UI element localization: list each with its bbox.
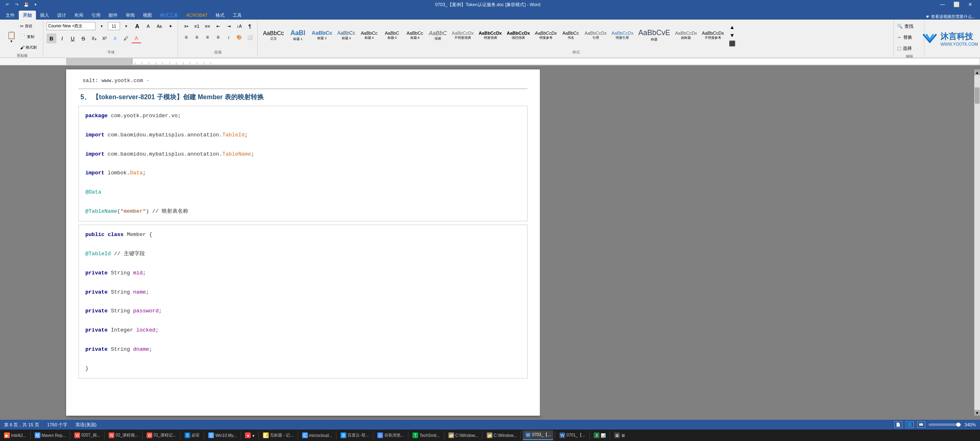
font-decrease-btn[interactable]: A (143, 21, 153, 31)
minimize-btn[interactable]: — (936, 0, 949, 9)
taskbar-item-1[interactable]: MMaven Rep... (32, 430, 68, 440)
zoom-thumb[interactable] (956, 423, 960, 427)
strikethrough-btn[interactable]: S (78, 33, 88, 43)
code-block-2[interactable]: public class Member { @TableId // 主键字段 p… (78, 225, 528, 379)
tab-file[interactable]: 文件 (2, 11, 19, 20)
taskbar-item-13[interactable]: 📁C:\Window... (446, 430, 481, 440)
line-spacing-btn[interactable]: ↕ (224, 32, 234, 42)
save-btn[interactable]: 💾 (22, 0, 30, 9)
close-btn[interactable]: ✕ (964, 0, 977, 9)
taskbar-item-7[interactable]: ●● (243, 430, 257, 440)
customize-btn[interactable]: ▼ (31, 0, 40, 9)
tab-references[interactable]: 引用 (87, 11, 105, 20)
maximize-btn[interactable]: ⬜ (950, 0, 963, 9)
font-color-btn[interactable]: A (131, 33, 141, 43)
style-subtitle[interactable]: AaBbCcDx副标题 (673, 24, 699, 47)
style-book[interactable]: AaBbCc书名 (560, 24, 582, 47)
styles-scroll-down[interactable]: ▼ (727, 31, 737, 39)
scroll-down-btn[interactable]: ▼ (974, 410, 980, 416)
taskbar-item-3[interactable]: W02_课程视... (106, 430, 140, 440)
taskbar-item-5[interactable]: B必应 (182, 430, 202, 440)
text-highlight-btn[interactable]: 🖊 (121, 33, 131, 43)
subscript-btn[interactable]: X₂ (89, 33, 99, 43)
font-size-dropdown[interactable]: ▼ (121, 21, 131, 31)
underline-btn[interactable]: U (68, 33, 78, 43)
style-intense-ref[interactable]: AaBbCcDx明显引用 (609, 24, 635, 47)
taskbar-item-10[interactable]: B百度云-登... (338, 430, 371, 440)
shading-btn[interactable]: 🎨 (234, 32, 244, 42)
align-center-btn[interactable]: ≡ (192, 32, 202, 42)
font-size-input[interactable] (108, 22, 120, 30)
taskbar-item-16[interactable]: W0701_【... (557, 430, 588, 440)
style-h1[interactable]: AaBl标题 1 (287, 24, 309, 47)
format-painter-btn[interactable]: 🖌格式刷 (20, 42, 40, 52)
styles-expand[interactable]: ⬛ (727, 39, 737, 47)
tab-layout[interactable]: 布局 (70, 11, 87, 20)
style-h6[interactable]: AaBbCc标题 6 (404, 24, 426, 47)
zoom-slider[interactable] (929, 423, 961, 426)
view-read-btn[interactable]: 📖 (917, 421, 925, 428)
view-web-btn[interactable]: 🌐 (906, 421, 914, 428)
style-h3[interactable]: AaBbCc标题 3 (335, 24, 357, 47)
notice-link[interactable]: ☛ 查看该视频您需要什么... (926, 14, 975, 20)
numbering-btn[interactable]: ≡1 (192, 21, 202, 31)
style-strong[interactable]: AaBbCcDx强烈强调 (505, 24, 532, 47)
taskbar-item-8[interactable]: 📝无标题 - 记... (261, 430, 296, 440)
tab-format[interactable]: 格式 (212, 11, 229, 20)
show-marks-btn[interactable]: ¶ (245, 21, 255, 31)
text-effect-btn[interactable]: A (110, 33, 120, 43)
document-page[interactable]: salt: www.yootk.com · 5、 【token-server-8… (66, 69, 540, 416)
tab-design[interactable]: 设计 (53, 11, 70, 20)
font-increase-btn[interactable]: A (132, 21, 142, 31)
clear-format-btn[interactable]: ✦ (165, 21, 175, 31)
scroll-thumb[interactable] (975, 87, 980, 104)
taskbar-item-4[interactable]: W01_课程记... (144, 430, 178, 440)
style-subtle-em[interactable]: AaBbCcDx不明显强调 (450, 24, 476, 47)
decrease-indent-btn[interactable]: ⇤ (213, 21, 223, 31)
bullets-btn[interactable]: ≡• (181, 21, 191, 31)
code-block-1[interactable]: package com.yootk.provider.vo;import com… (78, 106, 528, 221)
tab-view[interactable]: 视图 (139, 11, 156, 20)
taskbar-item-14[interactable]: 📁C:\Window... (484, 430, 519, 440)
taskbar-item-12[interactable]: TTechSmit... (410, 430, 442, 440)
style-h5[interactable]: AaBbC标题 5 (381, 24, 403, 47)
font-name-input[interactable] (47, 22, 96, 30)
style-subtle-ref[interactable]: AaBbCcDx引用 (583, 24, 609, 47)
scroll-up-btn[interactable]: ▲ (974, 69, 980, 75)
style-normal[interactable]: AaBbCc正文 (261, 24, 286, 47)
align-right-btn[interactable]: ≡ (203, 32, 212, 42)
copy-btn[interactable]: 📄复制 (20, 32, 40, 42)
taskbar-item-0[interactable]: ▶IntelliJ... (2, 430, 29, 440)
sort-btn[interactable]: ↕A (234, 21, 244, 31)
select-btn[interactable]: ⬚选择 (897, 43, 922, 53)
align-left-btn[interactable]: ≡ (181, 32, 191, 42)
taskbar-item-11[interactable]: G谷歌浏览... (375, 430, 406, 440)
style-intense-em[interactable]: AaBbCcDx明显强调 (477, 24, 504, 47)
superscript-btn[interactable]: X² (100, 33, 109, 43)
font-name-dropdown[interactable]: ▼ (97, 21, 107, 31)
redo-btn[interactable]: ↷ (13, 0, 21, 9)
replace-btn[interactable]: ↔替换 (897, 32, 922, 42)
scrollbar-v[interactable]: ▲ ▼ (974, 69, 980, 416)
tab-home[interactable]: 开始 (19, 11, 36, 20)
tab-insert[interactable]: 插入 (36, 11, 53, 20)
tab-mail[interactable]: 邮件 (105, 11, 122, 20)
multilevel-btn[interactable]: ≡≡ (203, 21, 212, 31)
style-h4[interactable]: AaBbCc标题 4 (358, 24, 380, 47)
taskbar-item-17[interactable]: X📊 (591, 430, 608, 440)
italic-btn[interactable]: I (57, 33, 67, 43)
find-btn[interactable]: 🔍查找 (897, 21, 922, 31)
style-title[interactable]: AaBbCvE标题 (636, 24, 672, 47)
style-h2[interactable]: AaBbCc标题 2 (310, 24, 334, 47)
justify-btn[interactable]: ≡ (213, 32, 223, 42)
tab-acrobat[interactable]: ACROBAT (182, 11, 212, 20)
style-quote[interactable]: AaBbCcDx明显参考 (533, 24, 559, 47)
taskbar-item-18[interactable]: 🖥🖥 (612, 430, 628, 440)
bold-btn[interactable]: B (47, 33, 56, 43)
view-print-btn[interactable]: 📄 (894, 421, 902, 428)
taskbar-item-15[interactable]: W0703_【... (523, 430, 553, 440)
tab-tools[interactable]: 工具 (229, 11, 246, 20)
style-emphasis[interactable]: AaBbC强调 (427, 24, 449, 47)
undo-btn[interactable]: ↶ (3, 0, 11, 9)
border-btn[interactable]: ⬜ (245, 32, 255, 42)
